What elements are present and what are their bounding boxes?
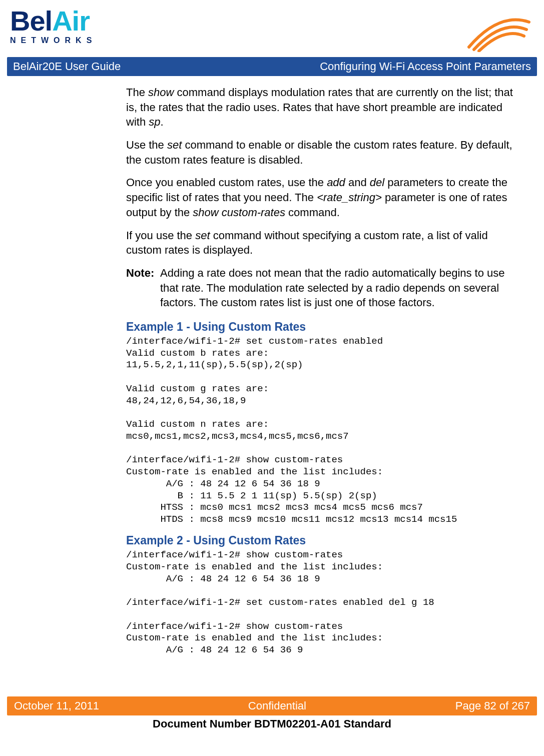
text: The xyxy=(126,86,148,99)
example-1-heading: Example 1 - Using Custom Rates xyxy=(126,319,525,335)
note: Note: Adding a rate does not mean that t… xyxy=(126,266,525,310)
note-label: Note: xyxy=(126,266,160,310)
document-number: Document Number BDTM02201-A01 Standard xyxy=(0,715,544,731)
content-area: The show command displays modulation rat… xyxy=(7,76,537,656)
paragraph-2: Use the set command to enable or disable… xyxy=(126,138,525,167)
paragraph-4: If you use the set command without speci… xyxy=(126,228,525,258)
title-right: Configuring Wi-Fi Access Point Parameter… xyxy=(320,60,531,73)
italic-text: show custom-rates xyxy=(193,206,285,219)
italic-text: add xyxy=(327,176,345,189)
text: If you use the xyxy=(126,229,195,242)
text: command displays modulation rates that a… xyxy=(126,86,513,128)
logo-sub: NETWORKS xyxy=(10,36,97,45)
text: and xyxy=(345,176,370,189)
title-left: BelAir20E User Guide xyxy=(13,60,121,73)
italic-text: del xyxy=(370,176,384,189)
page-header: BelAir NETWORKS xyxy=(7,7,537,57)
logo-part-bel: Bel xyxy=(10,5,52,37)
text: command. xyxy=(285,206,340,219)
italic-text: <rate_string> xyxy=(317,191,382,204)
example-1-code: /interface/wifi-1-2# set custom-rates en… xyxy=(126,336,525,526)
text: command to enable or disable the custom … xyxy=(126,139,512,166)
logo-part-air: Air xyxy=(52,5,90,37)
paragraph-3: Once you enabled custom rates, use the a… xyxy=(126,175,525,220)
paragraph-1: The show command displays modulation rat… xyxy=(126,85,525,130)
text: . xyxy=(161,116,164,128)
text: Use the xyxy=(126,139,167,151)
footer-date: October 11, 2011 xyxy=(14,699,99,712)
swoosh-icon xyxy=(464,7,534,52)
logo-main: BelAir xyxy=(10,7,97,35)
footer-page: Page 82 of 267 xyxy=(455,699,530,712)
italic-text: sp xyxy=(149,116,160,128)
italic-text: set xyxy=(167,139,182,151)
text: Once you enabled custom rates, use the xyxy=(126,176,327,189)
example-2-heading: Example 2 - Using Custom Rates xyxy=(126,533,525,548)
example-2-code: /interface/wifi-1-2# show custom-rates C… xyxy=(126,549,525,656)
note-body: Adding a rate does not mean that the rad… xyxy=(160,266,525,310)
italic-text: set xyxy=(195,229,210,242)
title-bar: BelAir20E User Guide Configuring Wi-Fi A… xyxy=(7,57,537,76)
footer-bar: October 11, 2011 Confidential Page 82 of… xyxy=(7,696,537,715)
footer-confidential: Confidential xyxy=(248,699,306,712)
brand-logo: BelAir NETWORKS xyxy=(10,7,97,45)
italic-text: show xyxy=(148,86,174,99)
